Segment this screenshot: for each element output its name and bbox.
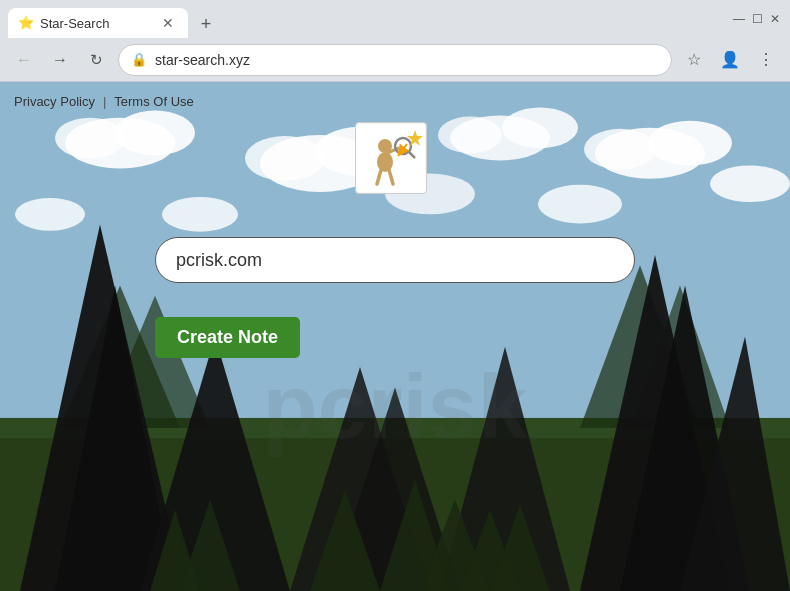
links-row: Privacy Policy | Terms Of Use [14,94,194,109]
logo-svg [357,124,425,192]
tab-favicon-icon: ⭐ [18,15,34,31]
close-button[interactable]: ✕ [768,12,782,26]
minimize-button[interactable]: — [732,12,746,26]
title-bar: ⭐ Star-Search ✕ + — ☐ ✕ [0,0,790,38]
page-content: pcrisk Privacy Policy | Terms Of Use [0,82,790,591]
browser-tab[interactable]: ⭐ Star-Search ✕ [8,8,188,38]
svg-point-13 [710,165,790,202]
svg-point-6 [245,136,325,181]
svg-point-14 [15,198,85,231]
terms-of-use-link[interactable]: Terms Of Use [114,94,193,109]
address-bar[interactable]: 🔒 star-search.xyz [118,44,672,76]
reload-button[interactable]: ↻ [82,46,110,74]
logo-background [355,122,427,194]
back-button[interactable]: ← [10,46,38,74]
svg-point-2 [115,111,195,156]
profile-button[interactable]: 👤 [716,46,744,74]
svg-point-8 [502,107,578,148]
forward-button[interactable]: → [46,46,74,74]
menu-button[interactable]: ⋮ [752,46,780,74]
tab-title: Star-Search [40,16,109,31]
svg-point-9 [438,117,502,154]
lock-icon: 🔒 [131,52,147,67]
url-text: star-search.xyz [155,52,659,68]
link-separator: | [103,94,106,109]
svg-point-3 [55,118,125,159]
tab-area: ⭐ Star-Search ✕ + [8,0,728,38]
restore-button[interactable]: ☐ [750,12,764,26]
svg-text:pcrisk: pcrisk [262,356,528,458]
browser-window: ⭐ Star-Search ✕ + — ☐ ✕ ← → ↻ 🔒 star-sea… [0,0,790,591]
svg-point-11 [648,121,732,166]
bookmark-button[interactable]: ☆ [680,46,708,74]
search-input-wrapper[interactable]: pcrisk.com [155,237,635,283]
svg-point-16 [162,197,238,232]
search-value[interactable]: pcrisk.com [176,250,262,271]
tab-close-button[interactable]: ✕ [158,13,178,33]
svg-point-17 [538,185,622,224]
new-tab-button[interactable]: + [192,10,220,38]
create-note-button[interactable]: Create Note [155,317,300,358]
site-logo [355,122,435,202]
svg-point-43 [377,152,393,172]
navigation-bar: ← → ↻ 🔒 star-search.xyz ☆ 👤 ⋮ [0,38,790,82]
window-controls: — ☐ ✕ [732,12,782,26]
svg-point-12 [584,129,656,170]
privacy-policy-link[interactable]: Privacy Policy [14,94,95,109]
search-container: pcrisk.com [155,237,635,283]
